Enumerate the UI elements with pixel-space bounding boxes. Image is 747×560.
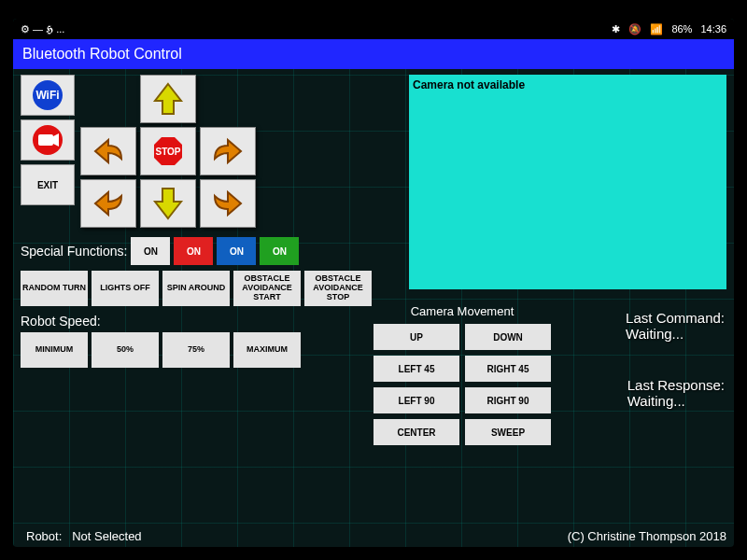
arrow-back-right-icon bbox=[209, 185, 247, 222]
arrow-right-icon bbox=[209, 133, 247, 170]
obstacle-stop-button[interactable]: OBSTACLE AVOIDANCE STOP bbox=[304, 271, 372, 306]
status-bar: ⚙ — 𝕳 ... ✱ 🔕 📶 86% 14:36 bbox=[13, 19, 734, 39]
speed-75-button[interactable]: 75% bbox=[162, 332, 230, 368]
speed-50-button[interactable]: 50% bbox=[92, 332, 159, 368]
obstacle-start-button[interactable]: OBSTACLE AVOIDANCE START bbox=[233, 271, 301, 306]
random-turn-button[interactable]: RANDOM TURN bbox=[21, 271, 88, 306]
bluetooth-icon: ✱ bbox=[612, 23, 620, 35]
stop-icon: STOP bbox=[149, 133, 187, 170]
cam-down-button[interactable]: DOWN bbox=[465, 324, 551, 350]
title-bar: Bluetooth Robot Control bbox=[13, 39, 734, 69]
speed-min-button[interactable]: MINIMUM bbox=[21, 332, 88, 368]
wifi-icon: WiFi bbox=[25, 78, 70, 112]
clock-text: 14:36 bbox=[700, 23, 726, 35]
right-button[interactable] bbox=[200, 127, 256, 175]
exit-button[interactable]: EXIT bbox=[21, 164, 75, 205]
mute-icon: 🔕 bbox=[628, 23, 641, 35]
camera-movement-label: Camera Movement bbox=[374, 302, 551, 320]
special-functions-label: Special Functions: bbox=[21, 244, 127, 259]
cam-right45-button[interactable]: RIGHT 45 bbox=[465, 356, 551, 382]
direction-pad: STOP bbox=[80, 75, 256, 228]
speed-max-button[interactable]: MAXIMUM bbox=[233, 332, 301, 368]
cam-center-button[interactable]: CENTER bbox=[374, 419, 459, 445]
back-left-button[interactable] bbox=[80, 179, 136, 228]
cam-left90-button[interactable]: LEFT 90 bbox=[374, 387, 459, 413]
record-button[interactable] bbox=[21, 119, 75, 161]
status-right: ✱ 🔕 📶 86% 14:36 bbox=[606, 23, 726, 35]
robot-selection: Robot: Not Selected bbox=[26, 529, 142, 543]
last-response-label: Last Response: bbox=[627, 377, 725, 393]
last-command: Last Command: Waiting... bbox=[626, 310, 725, 342]
last-response: Last Response: Waiting... bbox=[627, 377, 725, 409]
toggle-4[interactable]: ON bbox=[260, 237, 299, 265]
up-button[interactable] bbox=[140, 75, 196, 123]
back-right-button[interactable] bbox=[200, 179, 256, 228]
arrow-left-icon bbox=[90, 133, 127, 170]
svg-marker-8 bbox=[155, 189, 181, 218]
svg-rect-3 bbox=[38, 134, 53, 146]
cam-up-button[interactable]: UP bbox=[374, 324, 459, 350]
camera-view: Camera not available bbox=[409, 75, 726, 289]
down-button[interactable] bbox=[140, 179, 196, 228]
left-button[interactable] bbox=[80, 127, 136, 175]
cam-right90-button[interactable]: RIGHT 90 bbox=[465, 387, 551, 413]
cam-left45-button[interactable]: LEFT 45 bbox=[374, 356, 459, 382]
last-response-value: Waiting... bbox=[627, 393, 725, 409]
cam-sweep-button[interactable]: SWEEP bbox=[465, 419, 551, 445]
toggle-2[interactable]: ON bbox=[174, 237, 213, 265]
last-command-label: Last Command: bbox=[626, 310, 725, 326]
spin-around-button[interactable]: SPIN AROUND bbox=[162, 271, 230, 306]
stop-button[interactable]: STOP bbox=[140, 127, 196, 175]
toggle-3[interactable]: ON bbox=[217, 237, 256, 265]
copyright-text: (C) Christine Thompson 2018 bbox=[568, 529, 726, 543]
svg-marker-5 bbox=[155, 84, 181, 114]
camera-icon bbox=[25, 123, 70, 157]
svg-text:STOP: STOP bbox=[155, 147, 180, 157]
wifi-button[interactable]: WiFi bbox=[21, 75, 75, 116]
toggle-1[interactable]: ON bbox=[131, 237, 170, 265]
status-left: ⚙ — 𝕳 ... bbox=[21, 23, 64, 35]
battery-text: 86% bbox=[671, 23, 692, 35]
last-command-value: Waiting... bbox=[626, 326, 725, 342]
lights-off-button[interactable]: LIGHTS OFF bbox=[92, 271, 159, 306]
app-title: Bluetooth Robot Control bbox=[22, 46, 182, 63]
arrow-back-left-icon bbox=[90, 185, 127, 222]
signal-icon: 📶 bbox=[650, 23, 663, 35]
arrow-down-icon bbox=[149, 185, 187, 222]
robot-selection-value: Not Selected bbox=[72, 529, 141, 543]
camera-status-text: Camera not available bbox=[413, 78, 525, 91]
svg-text:WiFi: WiFi bbox=[35, 89, 59, 102]
arrow-up-icon bbox=[149, 80, 187, 118]
